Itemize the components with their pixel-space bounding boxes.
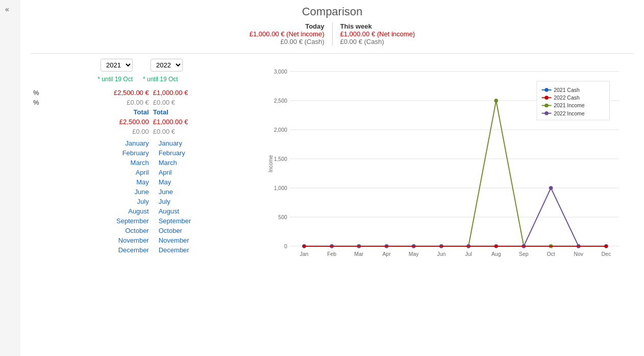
svg-text:Jul: Jul [465, 251, 472, 257]
month-link-2021[interactable]: March [131, 159, 149, 167]
svg-text:2,500: 2,500 [274, 98, 287, 104]
total-cash-2021: £0.00 [41, 127, 151, 136]
pct1: % [31, 88, 41, 98]
total-cash-2022: £0.00 € [151, 127, 260, 136]
month-link-2022[interactable]: September [159, 217, 191, 225]
svg-point-33 [544, 96, 549, 100]
cash-2022: £0.00 € [151, 98, 260, 107]
month-link-2021[interactable]: December [118, 246, 149, 254]
net-2022: £1,000.00 € [151, 88, 260, 98]
svg-text:2022 Cash: 2022 Cash [554, 95, 580, 101]
svg-text:0: 0 [284, 244, 287, 249]
month-link-2021[interactable]: April [136, 169, 149, 176]
svg-text:Oct: Oct [547, 251, 555, 257]
pct2: % [31, 98, 41, 107]
total-label-1: Total [41, 107, 151, 117]
month-link-2022[interactable]: January [159, 139, 182, 147]
month-row: September September [31, 216, 260, 226]
month-row: November November [31, 235, 260, 245]
month-link-2021[interactable]: July [137, 198, 149, 205]
svg-text:2021 Cash: 2021 Cash [554, 87, 580, 93]
year1-select[interactable]: 2021 2020 2022 [101, 59, 133, 72]
month-link-2022[interactable]: August [159, 207, 179, 215]
data-table: % £2,500.00 € £1,000.00 € % £0.00 € £0.0… [31, 88, 260, 136]
svg-text:Jan: Jan [300, 251, 309, 257]
total-label-2: Total [151, 107, 260, 117]
year2-select[interactable]: 2022 2021 2023 [151, 59, 183, 72]
svg-text:1,000: 1,000 [274, 185, 287, 191]
today-summary: Today £1,000.00 € (Net income) £0.00 € (… [242, 22, 332, 45]
month-link-2021[interactable]: February [122, 149, 149, 157]
svg-text:Feb: Feb [327, 251, 336, 257]
month-row: October October [31, 226, 260, 235]
week-summary: This week £1,000.00 € (Net income) £0.00… [332, 22, 423, 45]
today-net: £1,000.00 € (Net income) [250, 30, 325, 38]
dot [494, 245, 498, 248]
dot [549, 186, 553, 190]
net-2021: £2,500.00 € [41, 88, 151, 98]
month-link-2022[interactable]: October [159, 227, 182, 234]
until-text-2: * until 19 Oct [143, 76, 245, 83]
svg-text:May: May [409, 251, 419, 257]
month-link-2021[interactable]: September [116, 217, 149, 225]
total-label-row: Total Total [31, 107, 260, 117]
svg-point-30 [544, 88, 549, 92]
month-link-2021[interactable]: June [135, 188, 149, 196]
svg-point-36 [544, 104, 549, 108]
month-link-2022[interactable]: May [159, 178, 171, 186]
month-row: January January [31, 138, 260, 148]
months-table: January January February February March … [31, 138, 260, 255]
total-net-2021: £2,500.00 [41, 117, 151, 127]
svg-text:2022 Income: 2022 Income [554, 111, 585, 116]
svg-text:Aug: Aug [491, 251, 501, 257]
month-row: August August [31, 206, 260, 216]
month-link-2022[interactable]: December [159, 246, 189, 254]
svg-text:Apr: Apr [382, 251, 391, 257]
month-link-2022[interactable]: November [159, 236, 189, 244]
total-net-2022: £1,000.00 € [151, 117, 260, 127]
dot [605, 245, 608, 248]
chart-area: 0 500 1,000 1,500 2,000 2,500 3,000 Inco… [265, 59, 634, 278]
net-row: % £2,500.00 € £1,000.00 € [31, 88, 260, 98]
total-net-row: £2,500.00 £1,000.00 € [31, 117, 260, 127]
divider [31, 53, 634, 54]
total-cash-row: £0.00 £0.00 € [31, 127, 260, 136]
month-row: February February [31, 148, 260, 158]
month-row: March March [31, 158, 260, 168]
month-link-2022[interactable]: April [159, 169, 172, 176]
week-label: This week [340, 22, 415, 30]
until-row: * until 19 Oct * until 19 Oct [31, 76, 260, 83]
comparison-chart: 0 500 1,000 1,500 2,000 2,500 3,000 Inco… [265, 59, 634, 278]
month-link-2021[interactable]: October [125, 227, 148, 234]
cash-2021: £0.00 € [41, 98, 151, 107]
month-link-2021[interactable]: May [136, 178, 149, 186]
svg-text:Jun: Jun [437, 251, 445, 257]
today-cash: £0.00 € (Cash) [250, 38, 325, 45]
svg-text:2,000: 2,000 [274, 127, 287, 133]
svg-text:2021 Income: 2021 Income [554, 103, 585, 108]
today-label: Today [250, 22, 325, 30]
week-cash: £0.00 € (Cash) [340, 38, 415, 45]
cash-row: % £0.00 € £0.00 € [31, 98, 260, 107]
svg-text:1,500: 1,500 [274, 156, 287, 162]
month-link-2022[interactable]: February [159, 149, 185, 157]
month-link-2021[interactable]: August [128, 207, 148, 215]
svg-text:Income: Income [268, 155, 274, 172]
month-link-2022[interactable]: June [159, 188, 173, 196]
svg-point-39 [544, 111, 549, 115]
svg-text:Sep: Sep [519, 251, 529, 257]
month-row: May May [31, 177, 260, 187]
month-link-2022[interactable]: March [159, 159, 177, 167]
summary-section: Today £1,000.00 € (Net income) £0.00 € (… [31, 22, 634, 45]
svg-text:3,000: 3,000 [274, 69, 287, 75]
collapse-icon: « [5, 5, 9, 13]
month-row: December December [31, 245, 260, 255]
month-link-2021[interactable]: November [118, 236, 149, 244]
year-selectors: 2021 2020 2022 2022 2021 2023 [31, 59, 260, 72]
collapse-button[interactable]: « [5, 5, 9, 13]
svg-text:Mar: Mar [354, 251, 363, 257]
month-link-2021[interactable]: January [125, 139, 148, 147]
month-row: July July [31, 197, 260, 206]
week-net: £1,000.00 € (Net income) [340, 30, 415, 38]
month-link-2022[interactable]: July [159, 198, 170, 205]
